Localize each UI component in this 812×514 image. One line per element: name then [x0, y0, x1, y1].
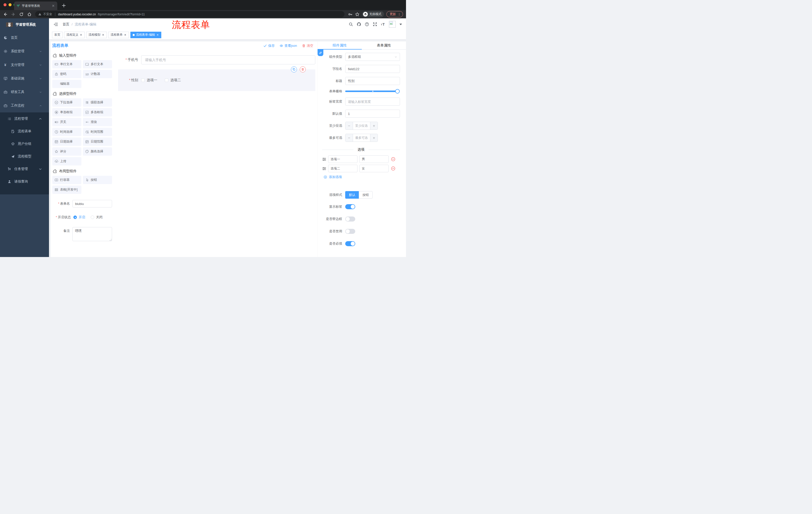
forward-icon[interactable]: [11, 12, 16, 17]
library-item[interactable]: 日期选择: [52, 138, 81, 146]
clear-button[interactable]: 清空: [302, 44, 313, 48]
tag-3[interactable]: 流程表单: [108, 32, 129, 38]
tag-2[interactable]: 流程模型: [86, 32, 107, 38]
submenu-item-1[interactable]: 流程表单: [0, 125, 49, 138]
option-label-input[interactable]: [328, 165, 357, 172]
canvas-field-phone[interactable]: *手机号: [116, 55, 315, 64]
library-item[interactable]: 颜色选择: [83, 147, 112, 156]
sidebar-item-3[interactable]: 基础设施: [0, 72, 49, 85]
status-off-radio[interactable]: 关闭: [91, 215, 103, 219]
save-button[interactable]: 保存: [263, 44, 274, 48]
min-select-input[interactable]: [353, 122, 370, 130]
style-button-button[interactable]: 按钮: [359, 191, 373, 199]
minus-icon[interactable]: [345, 134, 353, 141]
phone-input[interactable]: [141, 55, 315, 64]
minus-icon[interactable]: [345, 122, 353, 130]
tag-close-icon[interactable]: [124, 33, 127, 36]
library-item[interactable]: 下拉选择: [52, 98, 81, 107]
toggle-switch[interactable]: [345, 217, 355, 221]
library-item[interactable]: 级联选择: [83, 98, 112, 107]
url-bar[interactable]: 不安全 dashboard.yudao.iocoder.cn/bpm/manag…: [35, 11, 344, 17]
plus-icon[interactable]: [370, 134, 378, 141]
minimize-window-icon[interactable]: [8, 3, 11, 6]
library-item[interactable]: 多选框组: [83, 108, 112, 116]
toggle-switch[interactable]: [345, 204, 355, 209]
remove-option-icon[interactable]: [391, 166, 396, 171]
status-on-radio[interactable]: 开启: [74, 215, 85, 219]
library-item[interactable]: 评分: [52, 147, 81, 156]
password-key-icon[interactable]: [348, 12, 352, 17]
library-item[interactable]: 行容器: [52, 176, 81, 184]
title-input[interactable]: [345, 77, 400, 85]
breadcrumb-home[interactable]: 首页: [63, 22, 69, 27]
tab-close-icon[interactable]: [52, 4, 55, 7]
search-icon[interactable]: [349, 22, 353, 26]
app-logo[interactable]: 芋道管理系统: [0, 18, 49, 31]
form-grid-slider[interactable]: [345, 90, 398, 92]
remove-option-icon[interactable]: [391, 157, 396, 161]
default-value-input[interactable]: [345, 110, 400, 118]
library-item[interactable]: 按钮: [83, 176, 112, 184]
library-item[interactable]: 编辑器: [52, 80, 81, 88]
option-value-input[interactable]: [359, 155, 389, 163]
submenu-item-4[interactable]: 任务管理: [0, 163, 49, 175]
library-item[interactable]: 日期范围: [83, 138, 112, 146]
sidebar-fold-icon[interactable]: [54, 22, 58, 27]
tag-close-icon[interactable]: [102, 33, 105, 36]
tag-0[interactable]: 首页: [52, 32, 63, 38]
style-default-button[interactable]: 默认: [345, 191, 359, 199]
form-name-input[interactable]: [72, 200, 112, 208]
new-tab-icon[interactable]: [61, 3, 66, 8]
submenu-item-2[interactable]: 用户分组: [0, 138, 49, 150]
view-json-button[interactable]: 查看json: [280, 44, 297, 48]
drag-handle-icon[interactable]: [322, 166, 326, 171]
update-button[interactable]: 更新: [386, 11, 403, 17]
home-icon[interactable]: [27, 12, 32, 17]
sidebar-item-4[interactable]: 研发工具: [0, 85, 49, 99]
library-item[interactable]: 表格[开发中]: [52, 186, 81, 194]
library-item[interactable]: 开关: [52, 118, 81, 126]
library-item[interactable]: 密码: [52, 70, 81, 78]
sidebar-item-1[interactable]: 系统管理: [0, 45, 49, 58]
tag-4[interactable]: 流程表单-编辑: [130, 32, 161, 38]
library-item[interactable]: 123计数器: [83, 70, 112, 78]
library-item[interactable]: 单选框组: [52, 108, 81, 116]
tag-close-icon[interactable]: [80, 33, 82, 36]
avatar[interactable]: [389, 21, 396, 28]
tag-1[interactable]: 流程定义: [64, 32, 85, 38]
toggle-switch[interactable]: [345, 241, 355, 246]
tab-form-props[interactable]: 表单属性: [362, 42, 406, 49]
component-type-select[interactable]: 多选框组: [345, 53, 400, 61]
add-option-button[interactable]: 添加选项: [324, 175, 400, 179]
library-item[interactable]: 时间选择: [52, 128, 81, 136]
sidebar-item-2[interactable]: ¥支付管理: [0, 58, 49, 72]
reload-icon[interactable]: [19, 12, 24, 17]
checkbox-icon[interactable]: [165, 78, 168, 82]
label-width-input[interactable]: [345, 98, 400, 106]
form-canvas[interactable]: *手机号 *性别 选项一选项二: [114, 50, 315, 257]
back-icon[interactable]: [3, 12, 7, 17]
fullscreen-icon[interactable]: [373, 22, 377, 26]
copy-component-button[interactable]: [291, 66, 297, 73]
library-item[interactable]: 多行文本: [83, 60, 112, 69]
gender-option-1[interactable]: 选项二: [165, 78, 181, 82]
sidebar-item-0[interactable]: 首页: [0, 31, 49, 45]
toggle-switch[interactable]: [345, 229, 355, 234]
avatar-caret-icon[interactable]: [400, 24, 402, 25]
help-icon[interactable]: [365, 22, 369, 26]
bookmark-star-icon[interactable]: [355, 12, 359, 17]
font-size-icon[interactable]: TT: [381, 22, 385, 26]
slider-handle[interactable]: [395, 89, 400, 93]
gender-option-0[interactable]: 选项一: [141, 78, 157, 82]
github-icon[interactable]: [357, 22, 361, 26]
form-remark-textarea[interactable]: 嘿嘿: [72, 227, 112, 241]
link-tag[interactable]: [318, 50, 323, 56]
option-value-input[interactable]: [359, 165, 389, 172]
library-item[interactable]: 滑块: [83, 118, 112, 126]
browser-menu-icon[interactable]: [398, 13, 401, 16]
browser-tab[interactable]: 芋道管理系统: [14, 1, 57, 10]
checkbox-icon[interactable]: [141, 78, 145, 82]
submenu-item-5[interactable]: 请假查询: [0, 175, 49, 188]
sidebar-item-5[interactable]: 工作流程: [0, 99, 49, 112]
option-label-input[interactable]: [328, 155, 357, 163]
